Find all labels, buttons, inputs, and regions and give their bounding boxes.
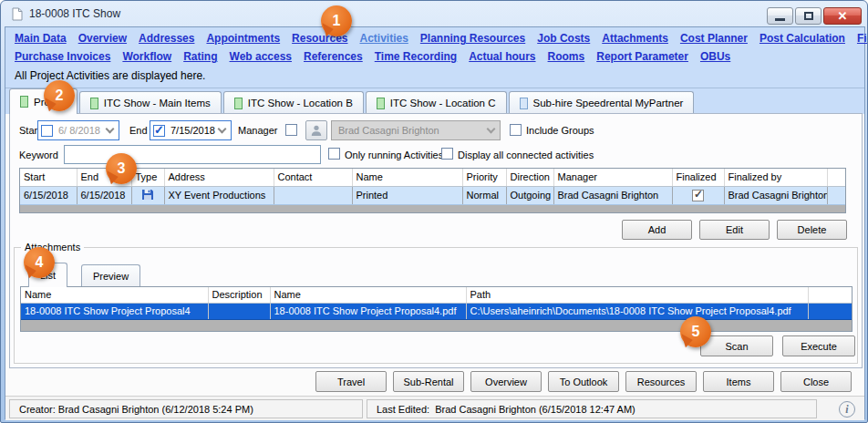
end-date-value: 7/15/2018: [170, 125, 215, 136]
start-date-picker[interactable]: 6/ 8/2018: [37, 120, 119, 140]
cell-attachment-file-name: 18-0008 ITC Show Project Proposal4.pdf: [270, 303, 466, 319]
step-badge-1: 1: [321, 5, 352, 36]
nav-link-planning-resources[interactable]: Planning Resources: [420, 32, 525, 45]
col-attachment-file-name[interactable]: Name: [270, 287, 466, 303]
project-tab-panel: Start 6/ 8/2018 End 7/15/2018 Manager Br…: [9, 113, 863, 368]
end-date-checkbox[interactable]: [153, 125, 165, 137]
col-direction[interactable]: Direction: [506, 169, 553, 186]
col-address[interactable]: Address: [164, 169, 274, 186]
nav-link-workflow[interactable]: Workflow: [122, 50, 171, 63]
resources-button[interactable]: Resources: [625, 371, 697, 392]
col-start[interactable]: Start: [20, 169, 77, 186]
nav-link-fields[interactable]: Fields: [857, 32, 868, 45]
tab-itc-show-main-items[interactable]: ITC Show - Main Items: [79, 91, 222, 114]
last-edited-status: Last Edited: Brad Casagni Brighton (6/15…: [367, 399, 817, 418]
nav-link-post-calculation[interactable]: Post Calculation: [760, 32, 845, 45]
nav-link-report-parameter[interactable]: Report Parameter: [596, 50, 688, 63]
tab-itc-show-location-b[interactable]: ITC Show - Location B: [223, 91, 364, 114]
tab-itc-show-location-c[interactable]: ITC Show - Location C: [366, 91, 507, 114]
title-bar[interactable]: 18-0008 ITC Show ✕: [1, 1, 867, 26]
manager-filter-checkbox[interactable]: [285, 124, 297, 136]
start-date-checkbox[interactable]: [41, 125, 53, 137]
manager-dropdown[interactable]: Brad Casagni Brighton: [331, 120, 501, 140]
cell-end: 6/15/2018: [77, 186, 131, 204]
close-icon: ✕: [838, 9, 848, 23]
cell-priority: Normal: [462, 186, 506, 204]
col-contact[interactable]: Contact: [274, 169, 352, 186]
nav-link-appointments[interactable]: Appointments: [206, 32, 280, 45]
nav-link-obus[interactable]: OBUs: [700, 50, 730, 63]
cell-contact: [274, 186, 352, 204]
nav-link-overview[interactable]: Overview: [78, 32, 127, 45]
end-date-picker[interactable]: 7/15/2018: [150, 120, 232, 140]
scan-button[interactable]: Scan: [700, 335, 773, 356]
col-attachment-name[interactable]: Name: [21, 287, 208, 303]
nav-link-cost-planner[interactable]: Cost Planner: [680, 32, 748, 45]
nav-link-references[interactable]: References: [304, 50, 363, 63]
nav-link-attachments[interactable]: Attachments: [602, 32, 668, 45]
manager-dropdown-value: Brad Casagni Brighton: [338, 125, 439, 136]
items-button[interactable]: Items: [703, 371, 774, 392]
keyword-input[interactable]: [64, 145, 321, 164]
include-groups-label: Include Groups: [526, 125, 594, 136]
cell-start: 6/15/2018: [20, 186, 77, 204]
attachments-grid: Name Description Name Path 18-0008 ITC S…: [20, 286, 852, 332]
nav-link-addresses[interactable]: Addresses: [139, 32, 194, 45]
nav-link-time-recording[interactable]: Time Recording: [375, 50, 457, 63]
sub-rental-button[interactable]: Sub-Rental: [393, 371, 464, 392]
attachments-tab-preview[interactable]: Preview: [81, 264, 140, 287]
nav-link-purchase-invoices[interactable]: Purchase Invoices: [15, 50, 110, 63]
select-manager-button[interactable]: [305, 120, 327, 140]
nav-row-2: Purchase Invoices Workflow Rating Web ac…: [5, 46, 864, 64]
minimize-icon: [775, 18, 785, 21]
edit-button[interactable]: Edit: [699, 220, 770, 240]
cell-filler: [827, 186, 845, 204]
nav-link-activities[interactable]: Activities: [359, 32, 408, 45]
nav-row-1: Main Data Overview Addresses Appointment…: [5, 27, 864, 46]
nav-link-rating[interactable]: Rating: [183, 50, 217, 63]
nav-link-web-access[interactable]: Web access: [230, 50, 293, 63]
nav-link-job-costs[interactable]: Job Costs: [537, 32, 590, 45]
col-filler: [827, 169, 845, 186]
col-priority[interactable]: Priority: [462, 169, 506, 186]
project-tab-icon: [20, 96, 28, 108]
activity-row[interactable]: 6/15/2018 6/15/2018 XY Event Productions…: [20, 186, 845, 204]
chevron-down-icon: [218, 125, 227, 134]
cell-manager: Brad Casagni Brighton: [553, 186, 672, 204]
close-dialog-button[interactable]: Close: [780, 371, 852, 392]
cell-finalized-by: Brad Casagni Brighton: [724, 186, 827, 204]
display-connected-label: Display all connected activities: [458, 150, 594, 160]
maximize-button[interactable]: [795, 7, 822, 25]
tab-sub-hire-speedrental[interactable]: Sub-hire Speedrental MyPartner: [509, 91, 695, 114]
overview-button[interactable]: Overview: [470, 371, 542, 392]
minimize-button[interactable]: [767, 7, 793, 25]
col-manager[interactable]: Manager: [553, 169, 672, 186]
navigation-area: Main Data Overview Addresses Appointment…: [5, 27, 864, 88]
display-connected-checkbox[interactable]: [441, 148, 453, 160]
travel-button[interactable]: Travel: [315, 371, 387, 392]
project-tab-strip: Project ITC Show - Main Items ITC Show -…: [5, 88, 864, 114]
nav-link-rooms[interactable]: Rooms: [548, 50, 585, 63]
col-attachment-description[interactable]: Description: [208, 287, 270, 303]
execute-button[interactable]: Execute: [782, 335, 855, 356]
to-outlook-button[interactable]: To Outlook: [548, 371, 619, 392]
only-running-checkbox[interactable]: [328, 148, 340, 160]
add-button[interactable]: Add: [622, 220, 692, 240]
col-attachment-path[interactable]: Path: [466, 287, 808, 303]
maximize-icon: [804, 12, 813, 20]
include-groups-checkbox[interactable]: [510, 124, 522, 136]
col-finalized[interactable]: Finalized: [672, 169, 724, 186]
attachment-row[interactable]: 18-0008 ITC Show Project Proposal4 18-00…: [21, 303, 852, 319]
nav-link-actual-hours[interactable]: Actual hours: [469, 50, 535, 63]
col-name[interactable]: Name: [352, 169, 462, 186]
close-button[interactable]: ✕: [823, 7, 862, 25]
activities-header-row: Start End Type Address Contact Name Prio…: [20, 169, 845, 186]
chevron-down-icon: [487, 125, 496, 134]
col-finalized-by[interactable]: Finalized by: [724, 169, 827, 186]
window-content: Main Data Overview Addresses Appointment…: [5, 26, 865, 419]
finalized-checkbox[interactable]: [692, 190, 704, 201]
info-icon[interactable]: i: [839, 401, 855, 418]
only-running-label: Only running Activities: [345, 150, 443, 160]
nav-link-main-data[interactable]: Main Data: [15, 32, 67, 45]
delete-button[interactable]: Delete: [777, 220, 847, 240]
